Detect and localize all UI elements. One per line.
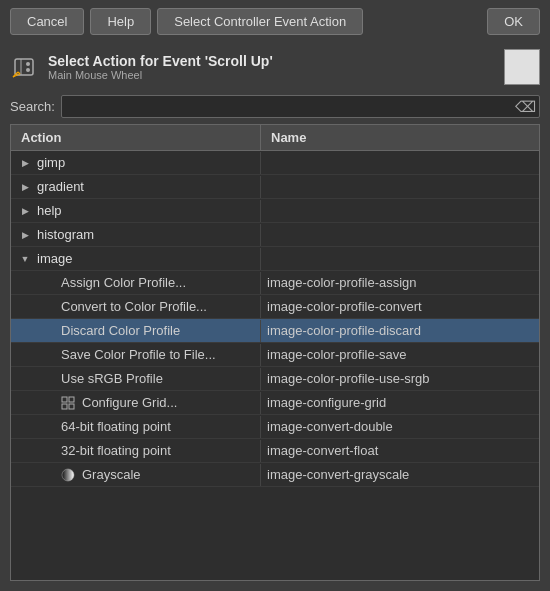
tree-arrow-icon[interactable] (17, 155, 33, 171)
tree-arrow-icon (41, 323, 57, 339)
action-table: Action Name gimpgradienthelphistogramima… (10, 124, 540, 581)
tree-arrow-icon (41, 299, 57, 315)
row-label: Assign Color Profile... (61, 275, 186, 290)
row-name-cell: image-color-profile-convert (261, 296, 539, 317)
row-name-cell (261, 184, 539, 190)
row-name-cell: image-configure-grid (261, 392, 539, 413)
row-name-cell: image-color-profile-discard (261, 320, 539, 341)
table-row[interactable]: Use sRGB Profileimage-color-profile-use-… (11, 367, 539, 391)
table-row[interactable]: Configure Grid...image-configure-grid (11, 391, 539, 415)
tree-arrow-icon[interactable] (17, 179, 33, 195)
row-label: Convert to Color Profile... (61, 299, 207, 314)
col-name-header: Name (261, 125, 539, 150)
row-label: gradient (37, 179, 84, 194)
svg-rect-8 (69, 397, 74, 402)
row-action-cell: 64-bit floating point (11, 416, 261, 438)
dialog-title: Select Action for Event 'Scroll Up' (48, 53, 494, 69)
row-label: Use sRGB Profile (61, 371, 163, 386)
table-row[interactable]: gradient (11, 175, 539, 199)
row-action-cell: histogram (11, 224, 261, 246)
search-bar: Search: ⌫ (0, 89, 550, 124)
svg-point-11 (62, 469, 74, 481)
top-bar: Cancel Help Select Controller Event Acti… (0, 0, 550, 43)
grid-icon (61, 396, 75, 410)
ok-button[interactable]: OK (487, 8, 540, 35)
row-label: histogram (37, 227, 94, 242)
tree-arrow-icon (41, 443, 57, 459)
clear-search-button[interactable]: ⌫ (515, 98, 536, 116)
col-action-header: Action (11, 125, 261, 150)
row-label: Configure Grid... (82, 395, 177, 410)
table-row[interactable]: 32-bit floating pointimage-convert-float (11, 439, 539, 463)
row-name-cell: image-color-profile-use-srgb (261, 368, 539, 389)
row-name-cell: image-convert-grayscale (261, 464, 539, 485)
row-label: 32-bit floating point (61, 443, 171, 458)
title-area: Select Action for Event 'Scroll Up' Main… (0, 43, 550, 89)
table-row[interactable]: histogram (11, 223, 539, 247)
row-label: Save Color Profile to File... (61, 347, 216, 362)
svg-rect-9 (62, 404, 67, 409)
tree-arrow-icon (41, 395, 57, 411)
table-row[interactable]: image (11, 247, 539, 271)
row-label: Grayscale (82, 467, 141, 482)
search-label: Search: (10, 99, 55, 114)
tree-arrow-icon (41, 347, 57, 363)
cancel-button[interactable]: Cancel (10, 8, 84, 35)
grayscale-icon (61, 468, 75, 482)
search-input-wrap: ⌫ (61, 95, 540, 118)
row-action-cell: Use sRGB Profile (11, 368, 261, 390)
tree-arrow-icon (41, 467, 57, 483)
row-label: Discard Color Profile (61, 323, 180, 338)
tree-arrow-icon (41, 275, 57, 291)
row-action-cell: 32-bit floating point (11, 440, 261, 462)
dialog-subtitle: Main Mouse Wheel (48, 69, 494, 81)
tree-arrow-icon (41, 419, 57, 435)
table-row[interactable]: 64-bit floating pointimage-convert-doubl… (11, 415, 539, 439)
tree-arrow-icon (41, 371, 57, 387)
thumbnail (504, 49, 540, 85)
row-name-cell (261, 208, 539, 214)
tree-arrow-icon[interactable] (17, 203, 33, 219)
row-name-cell: image-convert-double (261, 416, 539, 437)
select-action-button[interactable]: Select Controller Event Action (157, 8, 363, 35)
row-name-cell: image-color-profile-assign (261, 272, 539, 293)
row-label: image (37, 251, 72, 266)
row-action-cell: gradient (11, 176, 261, 198)
svg-point-2 (26, 62, 30, 66)
table-row[interactable]: Assign Color Profile...image-color-profi… (11, 271, 539, 295)
row-action-cell: Configure Grid... (11, 392, 261, 414)
search-input[interactable] (61, 95, 540, 118)
tree-arrow-icon[interactable] (17, 227, 33, 243)
row-action-cell: gimp (11, 152, 261, 174)
table-row[interactable]: Discard Color Profileimage-color-profile… (11, 319, 539, 343)
row-name-cell (261, 232, 539, 238)
table-row[interactable]: help (11, 199, 539, 223)
table-row[interactable]: Save Color Profile to File...image-color… (11, 343, 539, 367)
dialog: Cancel Help Select Controller Event Acti… (0, 0, 550, 591)
row-action-cell: help (11, 200, 261, 222)
svg-point-3 (26, 68, 30, 72)
row-action-cell: Grayscale (11, 464, 261, 486)
row-action-cell: Convert to Color Profile... (11, 296, 261, 318)
row-action-cell: Discard Color Profile (11, 320, 261, 342)
row-name-cell (261, 256, 539, 262)
table-row[interactable]: Grayscaleimage-convert-grayscale (11, 463, 539, 487)
table-header: Action Name (11, 125, 539, 151)
row-name-cell (261, 160, 539, 166)
row-label: help (37, 203, 62, 218)
row-name-cell: image-convert-float (261, 440, 539, 461)
row-label: gimp (37, 155, 65, 170)
help-button[interactable]: Help (90, 8, 151, 35)
row-action-cell: image (11, 248, 261, 270)
title-text-group: Select Action for Event 'Scroll Up' Main… (48, 53, 494, 81)
row-label: 64-bit floating point (61, 419, 171, 434)
tree-arrow-icon[interactable] (17, 251, 33, 267)
row-action-cell: Save Color Profile to File... (11, 344, 261, 366)
svg-rect-10 (69, 404, 74, 409)
row-action-cell: Assign Color Profile... (11, 272, 261, 294)
table-row[interactable]: gimp (11, 151, 539, 175)
table-row[interactable]: Convert to Color Profile...image-color-p… (11, 295, 539, 319)
table-body: gimpgradienthelphistogramimageAssign Col… (11, 151, 539, 580)
event-icon (10, 53, 38, 81)
row-name-cell: image-color-profile-save (261, 344, 539, 365)
